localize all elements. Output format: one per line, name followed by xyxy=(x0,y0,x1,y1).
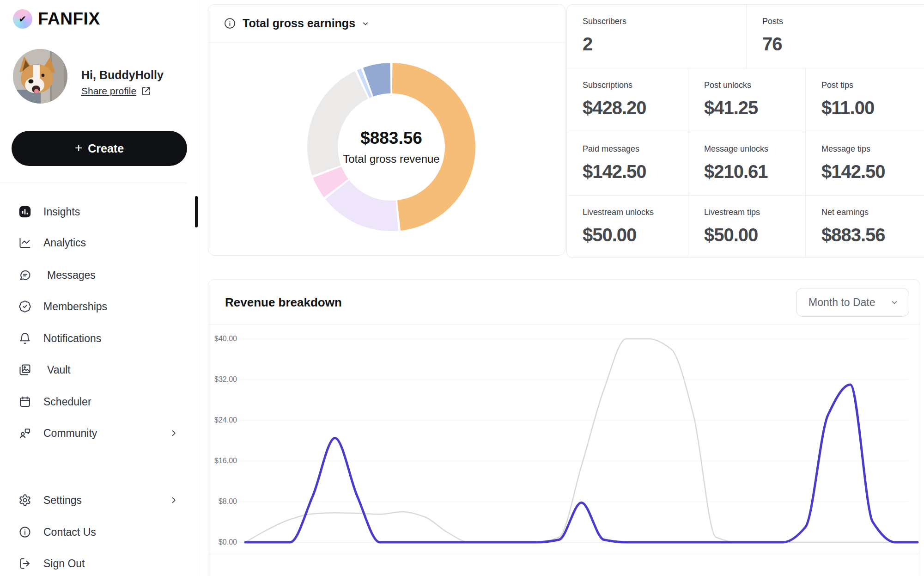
earnings-card-title: Total gross earnings xyxy=(243,17,355,30)
active-item-indicator xyxy=(195,196,198,227)
fanfix-dashboard: ✔ FANFIX xyxy=(0,0,924,576)
chat-bubble-icon xyxy=(18,269,31,282)
stat-post-tips: Post tips$11.00 xyxy=(805,68,924,132)
total-gross-revenue-label: Total gross revenue xyxy=(343,153,439,165)
stat-post-unlocks: Post unlocks$41.25 xyxy=(688,68,805,132)
sidebar: ✔ FANFIX xyxy=(0,0,198,576)
share-profile-link[interactable]: Share profile xyxy=(81,86,151,97)
stat-value: $50.00 xyxy=(583,225,683,245)
stat-value: $41.25 xyxy=(704,98,801,118)
avatar[interactable] xyxy=(13,49,67,104)
stat-net-earnings: Net earnings$883.56 xyxy=(805,195,924,257)
sidebar-item-label: Insights xyxy=(43,206,80,218)
avatar-dog-image xyxy=(13,49,67,104)
stat-label: Post tips xyxy=(821,80,920,90)
sidebar-item-messages[interactable]: Messages xyxy=(0,264,194,286)
chart-bottom-border xyxy=(209,554,919,554)
sidebar-item-label: Community xyxy=(43,427,97,440)
sidebar-item-label: Vault xyxy=(47,364,71,376)
period-selector-value: Month to Date xyxy=(808,296,875,309)
stat-label: Paid messages xyxy=(583,144,683,154)
fanfix-logo[interactable]: ✔ FANFIX xyxy=(13,9,100,29)
stat-label: Subscriptions xyxy=(583,80,683,90)
info-icon[interactable] xyxy=(224,17,236,30)
donut-center: $883.56 Total gross revenue xyxy=(299,55,484,239)
brand-name: FANFIX xyxy=(38,9,100,29)
stat-value: 2 xyxy=(583,34,742,55)
stat-value: $11.00 xyxy=(821,98,920,118)
stat-message-tips: Message tips$142.50 xyxy=(805,132,924,195)
create-button-label: Create xyxy=(88,142,124,155)
sidebar-item-label: Analytics xyxy=(43,237,86,249)
stats-row: Paid messages$142.50Message unlocks$210.… xyxy=(567,132,924,195)
sidebar-item-label: Scheduler xyxy=(43,396,91,408)
sidebar-item-community[interactable]: Community xyxy=(0,422,194,444)
stat-label: Posts xyxy=(762,17,920,26)
sidebar-item-settings[interactable]: Settings xyxy=(0,489,194,511)
sidebar-item-vault[interactable]: Vault xyxy=(0,359,194,381)
stat-livestream-tips: Livestream tips$50.00 xyxy=(688,195,805,257)
stat-value: 76 xyxy=(762,34,920,55)
chevron-right-icon xyxy=(169,496,178,505)
sidebar-item-label: Memberships xyxy=(43,300,107,313)
sidebar-divider xyxy=(0,183,187,183)
stat-label: Subscribers xyxy=(583,17,742,26)
badge-check-icon xyxy=(18,300,31,313)
sidebar-item-scheduler[interactable]: Scheduler xyxy=(0,391,194,413)
bell-icon xyxy=(18,332,31,345)
person-chat-icon xyxy=(18,427,31,440)
calendar-icon xyxy=(18,395,31,408)
revenue-line-chart xyxy=(208,324,920,576)
sidebar-item-insights[interactable]: Insights xyxy=(0,201,194,223)
earnings-card-header: Total gross earnings xyxy=(208,5,565,43)
stat-value: $142.50 xyxy=(583,161,683,182)
stat-value: $142.50 xyxy=(821,161,920,182)
sidebar-item-memberships[interactable]: Memberships xyxy=(0,295,194,318)
stat-value: $210.61 xyxy=(704,161,801,182)
info-icon xyxy=(18,526,31,539)
sidebar-item-notifications[interactable]: Notifications xyxy=(0,327,194,349)
stat-posts: Posts76 xyxy=(746,5,924,68)
stat-value: $428.20 xyxy=(583,98,683,118)
stat-label: Livestream unlocks xyxy=(583,208,683,217)
stats-row: Livestream unlocks$50.00Livestream tips$… xyxy=(567,195,924,257)
stat-value: $883.56 xyxy=(821,225,920,245)
sidebar-item-label: Settings xyxy=(43,494,82,507)
stat-message-unlocks: Message unlocks$210.61 xyxy=(688,132,805,195)
external-link-icon xyxy=(141,86,151,96)
sign-out-icon xyxy=(18,557,31,570)
sidebar-item-label: Sign Out xyxy=(43,558,85,570)
sidebar-item-label: Messages xyxy=(47,269,96,282)
total-gross-revenue-value: $883.56 xyxy=(360,129,422,148)
period-selector[interactable]: Month to Date xyxy=(796,288,909,317)
stat-subscriptions: Subscriptions$428.20 xyxy=(567,68,688,132)
chevron-down-icon xyxy=(889,297,900,307)
stat-label: Livestream tips xyxy=(704,208,801,217)
line-chart-icon xyxy=(18,236,31,249)
stat-subscribers: Subscribers2 xyxy=(567,5,746,68)
stat-livestream-unlocks: Livestream unlocks$50.00 xyxy=(567,195,688,257)
stats-grid: Subscribers2Posts76Subscriptions$428.20P… xyxy=(566,4,924,258)
plus-icon: + xyxy=(75,141,82,154)
chevron-down-icon[interactable] xyxy=(361,19,370,28)
sidebar-item-label: Notifications xyxy=(43,332,101,345)
stat-value: $50.00 xyxy=(704,225,801,245)
image-icon xyxy=(18,363,31,376)
share-profile-label[interactable]: Share profile xyxy=(81,86,136,97)
revenue-breakdown-card: Revenue breakdown Month to Date $40.00$3… xyxy=(208,279,920,576)
stat-paid-messages: Paid messages$142.50 xyxy=(567,132,688,195)
stats-row: Subscriptions$428.20Post unlocks$41.25Po… xyxy=(567,68,924,132)
sidebar-item-label: Contact Us xyxy=(43,526,96,539)
verified-badge-icon: ✔ xyxy=(13,9,32,29)
create-button[interactable]: + Create xyxy=(12,131,187,166)
revenue-card-title: Revenue breakdown xyxy=(225,295,342,310)
bar-chart-icon xyxy=(18,205,31,218)
chevron-right-icon xyxy=(169,429,178,438)
stat-label: Message tips xyxy=(821,144,920,154)
purple-line xyxy=(245,385,918,542)
revenue-card-header: Revenue breakdown Month to Date xyxy=(208,280,920,325)
sidebar-item-sign-out[interactable]: Sign Out xyxy=(0,552,194,575)
sidebar-item-analytics[interactable]: Analytics xyxy=(0,232,194,254)
gray-line xyxy=(245,339,918,542)
sidebar-item-contact-us[interactable]: Contact Us xyxy=(0,521,194,543)
